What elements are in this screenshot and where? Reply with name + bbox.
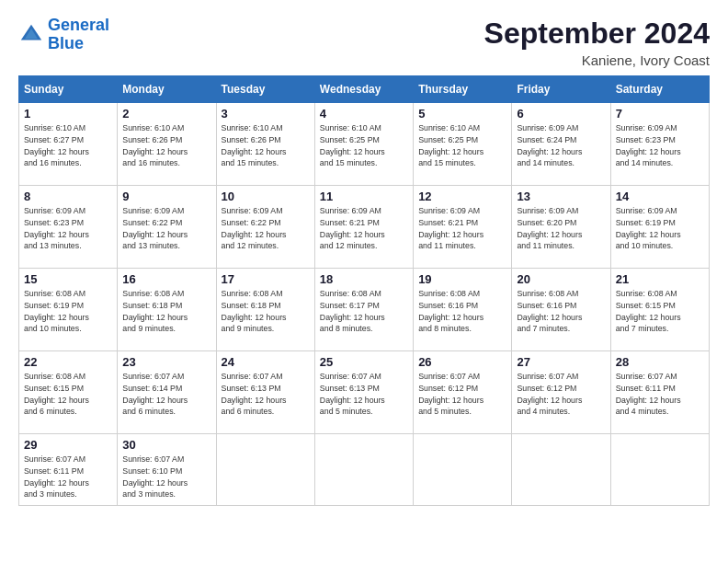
calendar-day-cell: 13Sunrise: 6:09 AMSunset: 6:20 PMDayligh… xyxy=(512,186,610,269)
calendar-body: 1Sunrise: 6:10 AMSunset: 6:27 PMDaylight… xyxy=(19,103,710,506)
calendar-day-cell: 10Sunrise: 6:09 AMSunset: 6:22 PMDayligh… xyxy=(216,186,314,269)
calendar-table: SundayMondayTuesdayWednesdayThursdayFrid… xyxy=(18,75,710,506)
weekday-header: Wednesday xyxy=(314,76,413,103)
calendar-header-row: SundayMondayTuesdayWednesdayThursdayFrid… xyxy=(19,76,710,103)
day-number: 15 xyxy=(24,272,112,286)
day-number: 6 xyxy=(517,107,605,121)
day-number: 21 xyxy=(616,272,704,286)
day-number: 3 xyxy=(222,107,310,121)
day-info: Sunrise: 6:09 AMSunset: 6:24 PMDaylight:… xyxy=(517,122,605,169)
calendar-day-cell: 2Sunrise: 6:10 AMSunset: 6:26 PMDaylight… xyxy=(118,103,216,186)
day-info: Sunrise: 6:07 AMSunset: 6:14 PMDaylight:… xyxy=(122,371,210,418)
day-number: 22 xyxy=(24,355,112,369)
day-number: 24 xyxy=(222,355,310,369)
day-number: 25 xyxy=(320,355,408,369)
day-number: 26 xyxy=(418,355,506,369)
calendar-day-cell: 29Sunrise: 6:07 AMSunset: 6:11 PMDayligh… xyxy=(19,434,118,506)
calendar-day-cell: 25Sunrise: 6:07 AMSunset: 6:13 PMDayligh… xyxy=(314,351,413,434)
day-info: Sunrise: 6:08 AMSunset: 6:16 PMDaylight:… xyxy=(418,288,506,335)
calendar-day-cell: 3Sunrise: 6:10 AMSunset: 6:26 PMDaylight… xyxy=(216,103,314,186)
logo-general: General xyxy=(48,16,109,34)
calendar-day-cell: 11Sunrise: 6:09 AMSunset: 6:21 PMDayligh… xyxy=(314,186,413,269)
weekday-header: Monday xyxy=(118,76,216,103)
location: Kaniene, Ivory Coast xyxy=(484,52,710,68)
day-number: 5 xyxy=(418,107,506,121)
day-number: 16 xyxy=(122,272,210,286)
day-number: 19 xyxy=(418,272,506,286)
calendar-day-cell: 22Sunrise: 6:08 AMSunset: 6:15 PMDayligh… xyxy=(19,351,118,434)
day-info: Sunrise: 6:08 AMSunset: 6:18 PMDaylight:… xyxy=(122,288,210,335)
day-number: 2 xyxy=(122,107,210,121)
calendar-day-cell: 30Sunrise: 6:07 AMSunset: 6:10 PMDayligh… xyxy=(118,434,216,506)
day-info: Sunrise: 6:09 AMSunset: 6:22 PMDaylight:… xyxy=(222,205,310,252)
day-number: 11 xyxy=(320,190,408,203)
day-info: Sunrise: 6:10 AMSunset: 6:26 PMDaylight:… xyxy=(122,122,210,169)
day-number: 28 xyxy=(616,355,704,369)
weekday-header: Friday xyxy=(512,76,610,103)
day-number: 12 xyxy=(418,190,506,203)
calendar-week-row: 8Sunrise: 6:09 AMSunset: 6:23 PMDaylight… xyxy=(19,186,710,269)
calendar-day-cell: 16Sunrise: 6:08 AMSunset: 6:18 PMDayligh… xyxy=(118,269,216,351)
calendar-day-cell: 24Sunrise: 6:07 AMSunset: 6:13 PMDayligh… xyxy=(216,351,314,434)
calendar-day-cell xyxy=(216,434,314,506)
day-number: 9 xyxy=(122,190,210,203)
day-info: Sunrise: 6:10 AMSunset: 6:25 PMDaylight:… xyxy=(418,122,506,169)
day-info: Sunrise: 6:09 AMSunset: 6:21 PMDaylight:… xyxy=(320,205,408,252)
day-info: Sunrise: 6:09 AMSunset: 6:20 PMDaylight:… xyxy=(517,205,605,252)
day-number: 27 xyxy=(517,355,605,369)
calendar-day-cell: 23Sunrise: 6:07 AMSunset: 6:14 PMDayligh… xyxy=(118,351,216,434)
calendar-week-row: 15Sunrise: 6:08 AMSunset: 6:19 PMDayligh… xyxy=(19,269,710,351)
weekday-header: Saturday xyxy=(610,76,709,103)
calendar-day-cell xyxy=(610,434,709,506)
logo-blue: Blue xyxy=(48,34,84,52)
weekday-header: Tuesday xyxy=(216,76,314,103)
logo-icon xyxy=(18,22,44,48)
calendar-day-cell: 12Sunrise: 6:09 AMSunset: 6:21 PMDayligh… xyxy=(414,186,512,269)
calendar-day-cell xyxy=(314,434,413,506)
day-number: 18 xyxy=(320,272,408,286)
calendar-day-cell: 17Sunrise: 6:08 AMSunset: 6:18 PMDayligh… xyxy=(216,269,314,351)
calendar-day-cell: 8Sunrise: 6:09 AMSunset: 6:23 PMDaylight… xyxy=(19,186,118,269)
calendar-week-row: 22Sunrise: 6:08 AMSunset: 6:15 PMDayligh… xyxy=(19,351,710,434)
header-row: General Blue September 2024 Kaniene, Ivo… xyxy=(18,17,710,68)
day-number: 30 xyxy=(122,438,210,452)
day-number: 29 xyxy=(24,438,112,452)
calendar-day-cell: 1Sunrise: 6:10 AMSunset: 6:27 PMDaylight… xyxy=(19,103,118,186)
calendar-day-cell: 26Sunrise: 6:07 AMSunset: 6:12 PMDayligh… xyxy=(414,351,512,434)
calendar-day-cell: 4Sunrise: 6:10 AMSunset: 6:25 PMDaylight… xyxy=(314,103,413,186)
day-number: 10 xyxy=(222,190,310,203)
month-title: September 2024 xyxy=(484,17,710,51)
calendar-day-cell xyxy=(512,434,610,506)
day-info: Sunrise: 6:08 AMSunset: 6:19 PMDaylight:… xyxy=(24,288,112,335)
day-number: 20 xyxy=(517,272,605,286)
day-info: Sunrise: 6:07 AMSunset: 6:12 PMDaylight:… xyxy=(517,371,605,418)
calendar-week-row: 1Sunrise: 6:10 AMSunset: 6:27 PMDaylight… xyxy=(19,103,710,186)
day-info: Sunrise: 6:08 AMSunset: 6:16 PMDaylight:… xyxy=(517,288,605,335)
calendar-day-cell: 5Sunrise: 6:10 AMSunset: 6:25 PMDaylight… xyxy=(414,103,512,186)
calendar-day-cell: 21Sunrise: 6:08 AMSunset: 6:15 PMDayligh… xyxy=(610,269,709,351)
day-number: 7 xyxy=(616,107,704,121)
calendar-day-cell: 14Sunrise: 6:09 AMSunset: 6:19 PMDayligh… xyxy=(610,186,709,269)
calendar-container: General Blue September 2024 Kaniene, Ivo… xyxy=(0,0,728,515)
calendar-day-cell xyxy=(414,434,512,506)
calendar-day-cell: 18Sunrise: 6:08 AMSunset: 6:17 PMDayligh… xyxy=(314,269,413,351)
calendar-day-cell: 28Sunrise: 6:07 AMSunset: 6:11 PMDayligh… xyxy=(610,351,709,434)
day-number: 1 xyxy=(24,107,112,121)
calendar-week-row: 29Sunrise: 6:07 AMSunset: 6:11 PMDayligh… xyxy=(19,434,710,506)
day-number: 17 xyxy=(222,272,310,286)
day-info: Sunrise: 6:09 AMSunset: 6:21 PMDaylight:… xyxy=(418,205,506,252)
day-info: Sunrise: 6:10 AMSunset: 6:26 PMDaylight:… xyxy=(222,122,310,169)
day-number: 14 xyxy=(616,190,704,203)
calendar-day-cell: 6Sunrise: 6:09 AMSunset: 6:24 PMDaylight… xyxy=(512,103,610,186)
day-info: Sunrise: 6:10 AMSunset: 6:25 PMDaylight:… xyxy=(320,122,408,169)
day-info: Sunrise: 6:09 AMSunset: 6:19 PMDaylight:… xyxy=(616,205,704,252)
day-info: Sunrise: 6:07 AMSunset: 6:12 PMDaylight:… xyxy=(418,371,506,418)
day-info: Sunrise: 6:08 AMSunset: 6:15 PMDaylight:… xyxy=(24,371,112,418)
weekday-header: Thursday xyxy=(414,76,512,103)
calendar-day-cell: 20Sunrise: 6:08 AMSunset: 6:16 PMDayligh… xyxy=(512,269,610,351)
day-info: Sunrise: 6:07 AMSunset: 6:13 PMDaylight:… xyxy=(222,371,310,418)
day-info: Sunrise: 6:07 AMSunset: 6:11 PMDaylight:… xyxy=(616,371,704,418)
day-info: Sunrise: 6:07 AMSunset: 6:10 PMDaylight:… xyxy=(122,454,210,500)
calendar-day-cell: 19Sunrise: 6:08 AMSunset: 6:16 PMDayligh… xyxy=(414,269,512,351)
day-info: Sunrise: 6:09 AMSunset: 6:23 PMDaylight:… xyxy=(24,205,112,252)
